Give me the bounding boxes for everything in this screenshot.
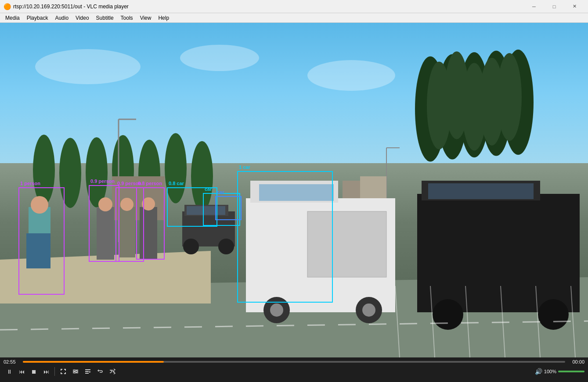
skip-button[interactable]: ⏭: [40, 366, 52, 377]
app-icon: 🟠: [4, 3, 11, 10]
title-bar: 🟠 rtsp://10.20.169.220:5011/out - VLC me…: [0, 0, 588, 13]
menu-view[interactable]: View: [137, 13, 155, 23]
volume-icon[interactable]: 🔊: [535, 368, 542, 375]
fullscreen-button[interactable]: [58, 366, 69, 377]
svg-point-3: [74, 370, 75, 371]
svg-point-4: [76, 371, 77, 372]
time-total: 00:00: [569, 359, 584, 364]
menu-audio[interactable]: Audio: [51, 13, 72, 23]
controls-bar: 02:55 00:00 ⏸ ⏮ ⏹ ⏭ 🔊 100%: [0, 357, 588, 382]
menu-video[interactable]: Video: [72, 13, 92, 23]
volume-bar[interactable]: [558, 371, 584, 372]
volume-fill: [558, 371, 584, 372]
video-canvas: [0, 23, 588, 357]
volume-area: 🔊 100%: [535, 368, 584, 375]
time-current: 02:55: [4, 359, 19, 364]
menu-bar: Media Playback Audio Video Subtitle Tool…: [0, 13, 588, 23]
playlist-button[interactable]: [82, 366, 94, 377]
video-area: 1 person0.9 person0.9 person0.8 person1 …: [0, 23, 588, 357]
menu-playback[interactable]: Playback: [23, 13, 52, 23]
menu-help[interactable]: Help: [155, 13, 173, 23]
time-row: 02:55 00:00: [4, 359, 584, 364]
loop-button[interactable]: [94, 366, 106, 377]
separator1: [54, 367, 55, 376]
volume-label: 100%: [544, 369, 556, 374]
random-button[interactable]: [107, 366, 118, 377]
extended-button[interactable]: [70, 366, 81, 377]
pause-button[interactable]: ⏸: [4, 366, 15, 377]
menu-subtitle[interactable]: Subtitle: [93, 13, 117, 23]
svg-rect-6: [85, 369, 90, 370]
buttons-row: ⏸ ⏮ ⏹ ⏭ 🔊 100%: [4, 366, 584, 377]
svg-rect-8: [85, 373, 89, 374]
stop-button[interactable]: ⏹: [28, 366, 40, 377]
menu-media[interactable]: Media: [2, 13, 23, 23]
progress-bar[interactable]: [23, 361, 565, 363]
menu-tools[interactable]: Tools: [117, 13, 137, 23]
maximize-button[interactable]: □: [544, 0, 564, 13]
window-title: rtsp://10.20.169.220:5011/out - VLC medi…: [13, 4, 524, 10]
svg-rect-7: [85, 371, 89, 372]
stop-rewind-button[interactable]: ⏮: [16, 366, 27, 377]
progress-fill: [23, 361, 164, 363]
svg-point-5: [74, 372, 76, 374]
window-controls: ─ □ ✕: [524, 0, 584, 13]
close-button[interactable]: ✕: [564, 0, 584, 13]
svg-marker-9: [89, 371, 91, 373]
minimize-button[interactable]: ─: [524, 0, 544, 13]
